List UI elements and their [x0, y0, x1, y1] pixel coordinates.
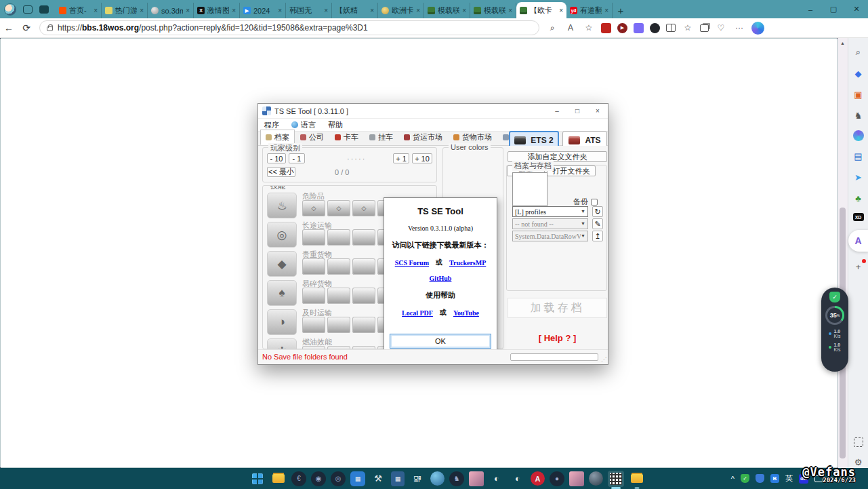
palette-app-icon[interactable]: [469, 471, 484, 486]
skill-cell[interactable]: [327, 200, 350, 216]
skill-cell[interactable]: [352, 288, 375, 304]
level-plus-1-button[interactable]: + 1: [393, 153, 409, 163]
tab-5[interactable]: ▶2024×: [240, 3, 286, 18]
refresh-button[interactable]: ↻: [592, 206, 603, 217]
level-minus-1-button[interactable]: - 1: [289, 153, 305, 163]
tab-3[interactable]: so.3dm×: [148, 3, 194, 18]
extension-red-icon[interactable]: [601, 23, 611, 33]
horse-app-icon[interactable]: ♞: [449, 471, 464, 486]
sidebar-toolbox-icon[interactable]: ▣: [852, 88, 865, 100]
tab-close-icon[interactable]: ×: [324, 7, 328, 14]
read-aloud-icon[interactable]: A: [564, 22, 577, 34]
anime-picture-icon[interactable]: [569, 471, 584, 486]
copilot-icon[interactable]: [751, 22, 764, 35]
ts-tab-freight-market[interactable]: 货运市场: [398, 130, 448, 145]
gear-icon[interactable]: ⚙: [852, 456, 865, 468]
skill-cell[interactable]: [352, 258, 375, 275]
ace-app-icon[interactable]: ●: [550, 471, 564, 486]
skill-cell[interactable]: [327, 229, 350, 246]
net-monitor-widget[interactable]: ✓ 35% 1.0K/s 1.0K/s: [821, 288, 848, 372]
more-menu-icon[interactable]: ···: [733, 22, 745, 34]
tab-8[interactable]: 欧洲卡×: [378, 3, 424, 18]
profile-avatar[interactable]: [4, 3, 16, 16]
ts-title-bar[interactable]: TS SE Tool [ 0.3.11.0 ] – □ ×: [258, 104, 608, 119]
screenshot-icon[interactable]: [854, 437, 863, 447]
tools-app-icon[interactable]: ⚒: [370, 471, 386, 487]
tray-security-shield-icon[interactable]: [756, 474, 764, 483]
sidebar-add-icon[interactable]: +: [852, 260, 865, 273]
collections-icon[interactable]: [700, 24, 709, 32]
tab-close-icon[interactable]: ×: [508, 7, 512, 14]
ts-minimize-button[interactable]: –: [547, 104, 567, 118]
edit-button[interactable]: ✎: [592, 218, 603, 229]
ok-button[interactable]: OK: [390, 334, 491, 349]
player-icon[interactable]: ◐: [489, 471, 505, 487]
skill-cell[interactable]: [327, 288, 350, 304]
tab-7[interactable]: 【妖精×: [332, 3, 378, 18]
tray-antivirus-icon[interactable]: ✓: [741, 474, 749, 483]
menu-program[interactable]: 程序: [258, 120, 285, 130]
tab-close-icon[interactable]: ×: [278, 7, 282, 14]
skill-cell[interactable]: [327, 258, 350, 275]
tab-9[interactable]: 模载联×: [424, 3, 470, 18]
skill-cell[interactable]: [352, 317, 375, 333]
tab-close-icon[interactable]: ×: [604, 7, 608, 14]
skill-cell[interactable]: [302, 288, 325, 304]
tab-2[interactable]: 热门游×: [102, 3, 148, 18]
skill-cell[interactable]: [352, 200, 375, 216]
scroll-up-icon[interactable]: ▲: [838, 38, 848, 45]
tab-close-icon[interactable]: ×: [559, 7, 563, 14]
favorite-star-icon[interactable]: ☆: [583, 22, 595, 34]
extension-player-icon[interactable]: ▶: [617, 23, 627, 33]
back-button[interactable]: ←: [0, 22, 18, 33]
help-link[interactable]: [ Help ? ]: [508, 333, 607, 343]
ime-indicator[interactable]: 英: [785, 473, 793, 484]
tab-12[interactable]: yd有道翻×: [566, 3, 613, 18]
tab-6[interactable]: 韩国无×: [286, 3, 332, 18]
youtube-link[interactable]: YouTube: [453, 309, 479, 317]
tab-4[interactable]: X激情图×: [194, 3, 240, 18]
ts-maximize-button[interactable]: □: [567, 104, 587, 118]
browser-essentials-icon[interactable]: ♡: [715, 22, 727, 34]
tab-close-icon[interactable]: ×: [232, 7, 236, 14]
rowview-combo[interactable]: System.Data.DataRowView▼: [512, 231, 588, 241]
file-explorer-icon[interactable]: [270, 471, 287, 487]
steam-icon[interactable]: ◉: [311, 471, 326, 486]
browser-globe-icon[interactable]: [430, 471, 445, 486]
aimp-icon[interactable]: A: [531, 471, 545, 486]
split-screen-icon[interactable]: [666, 24, 676, 32]
tab-11-active[interactable]: 【欧卡×: [516, 2, 566, 18]
globe-dark-icon[interactable]: [589, 471, 603, 486]
player-2-icon[interactable]: ◐: [510, 471, 526, 487]
tab-close-icon[interactable]: ×: [94, 7, 98, 14]
github-link[interactable]: GitHub: [430, 275, 452, 282]
bluetooth-icon[interactable]: B: [770, 474, 779, 483]
skill-cell[interactable]: [302, 317, 325, 333]
tab-close-icon[interactable]: ×: [370, 7, 374, 14]
open-folder-button[interactable]: 打开文件夹: [547, 165, 596, 176]
window-maximize-button[interactable]: ▢: [822, 0, 845, 18]
cast-monitor-icon[interactable]: [814, 475, 823, 482]
ts-tab-trailer[interactable]: 挂车: [364, 130, 398, 145]
window-close-button[interactable]: ✕: [845, 0, 868, 18]
sidebar-search-icon[interactable]: ⌕: [852, 46, 865, 58]
level-minus-10-button[interactable]: - 10: [267, 153, 286, 163]
level-slider[interactable]: ·····: [347, 155, 366, 163]
refresh-button[interactable]: ⟳: [18, 22, 35, 33]
scs-forum-link[interactable]: SCS Forum: [395, 259, 429, 267]
sidebar-games-icon[interactable]: ♞: [852, 109, 865, 121]
tray-chevron-icon[interactable]: ^: [731, 475, 735, 483]
window-minimize-button[interactable]: –: [799, 0, 822, 18]
menu-language[interactable]: 语言: [285, 120, 322, 130]
truckersmp-link[interactable]: TruckersMP: [449, 259, 486, 267]
euro-app-icon[interactable]: €: [291, 471, 306, 486]
skill-cell[interactable]: [302, 229, 325, 246]
ring-app-icon[interactable]: ◎: [331, 471, 346, 486]
sidebar-app-active[interactable]: A: [848, 230, 868, 252]
open-folder-taskbar-icon[interactable]: [629, 471, 645, 487]
tab-actions-icon[interactable]: [39, 5, 49, 14]
save-combo[interactable]: -- not found --▼: [512, 218, 588, 229]
skill-cell[interactable]: [302, 258, 325, 275]
sidebar-copilot-icon[interactable]: [853, 130, 864, 141]
tab-close-icon[interactable]: ×: [186, 7, 190, 14]
